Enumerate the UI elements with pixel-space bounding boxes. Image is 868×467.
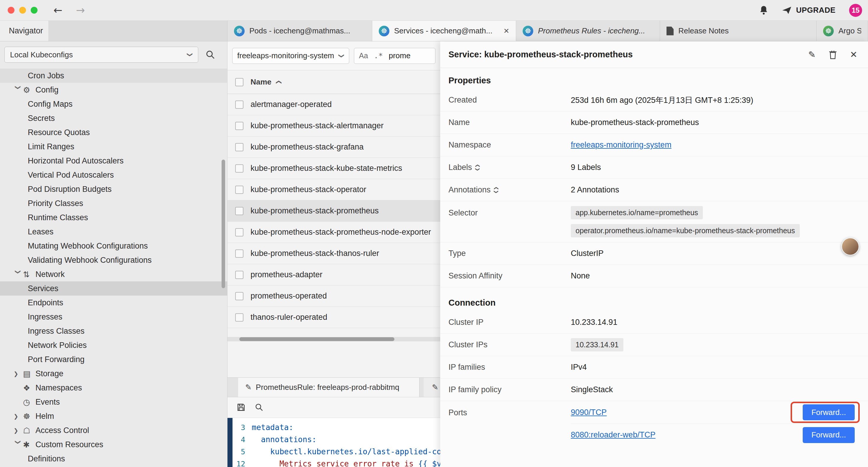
port-link[interactable]: 9090/TCP [571,408,607,417]
port-link[interactable]: 8080:reloader-web/TCP [571,430,656,439]
select-all-checkbox[interactable] [235,78,243,86]
sidebar-item-network[interactable]: ❯ ⇅ Network [0,267,227,282]
sidebar-item-network-policies[interactable]: Network Policies [0,338,227,352]
sidebar-item-config[interactable]: ❯ ⚙ Config [0,83,227,97]
chevron-right-icon: ❯ [13,413,23,419]
table-row[interactable]: kube-prometheus-stack-alertmanager [227,115,440,137]
sidebar-item-custom-resources[interactable]: ❯ ✱ Custom Resources [0,437,227,451]
kubeconfig-select[interactable]: Local Kubeconfigs ❯ [4,47,198,63]
back-icon[interactable]: ← [54,4,62,16]
tab-services[interactable]: ☸ Services - icecheng@math... ✕ [372,21,516,41]
close-drawer-icon[interactable]: ✕ [850,49,857,60]
table-row[interactable]: kube-prometheus-stack-operator [227,179,440,200]
sidebar-item-ingress-classes[interactable]: Ingress Classes [0,324,227,338]
save-icon[interactable] [236,403,246,412]
table-row[interactable]: thanos-ruler-operated [227,307,440,328]
sidebar-item-pod-disruption-budgets[interactable]: Pod Disruption Budgets [0,182,227,196]
events-clock-icon: ◷ [23,398,35,407]
table-row[interactable]: prometheus-operated [227,286,440,307]
row-checkbox[interactable] [235,250,243,258]
sidebar-item-endpoints[interactable]: Endpoints [0,296,227,310]
forward-icon[interactable]: → [76,4,85,16]
sidebar-item-storage[interactable]: ❯ ▤ Storage [0,367,227,381]
avatar[interactable] [841,238,859,255]
sidebar-scrollbar[interactable] [222,159,225,288]
tab-release-notes[interactable]: Release Notes [660,21,816,41]
sidebar-item-namespaces[interactable]: ❖ Namespaces [0,381,227,395]
sidebar-item-secrets[interactable]: Secrets [0,111,227,125]
sidebar-item-access-control[interactable]: ❯ ☖ Access Control [0,423,227,437]
namespace-link[interactable]: freeleaps-monitoring-system [571,140,672,150]
delete-trash-icon[interactable] [829,50,837,59]
notification-count-badge[interactable]: 15 [849,4,862,17]
row-checkbox[interactable] [235,100,243,109]
tab-pods[interactable]: ☸ Pods - icecheng@mathmas... [227,21,372,41]
sidebar-item-events[interactable]: ◷ Events [0,395,227,409]
tab-argo[interactable]: ☸ Argo S [816,21,868,41]
tab-prometheus-rules[interactable]: ☸ Prometheus Rules - icecheng... [516,21,660,41]
horizontal-scrollbar-thumb[interactable] [239,337,395,341]
table-row[interactable]: alertmanager-operated [227,94,440,115]
minimize-button[interactable] [19,7,26,13]
sidebar-item-port-forwarding[interactable]: Port Forwarding [0,352,227,367]
search-icon[interactable] [205,50,215,60]
edit-pencil-icon[interactable]: ✎ [808,49,816,60]
sidebar-item-limit-ranges[interactable]: Limit Ranges [0,140,227,154]
list-search-box: Aa .* [354,48,435,64]
row-checkbox[interactable] [235,292,243,300]
yaml-editor[interactable]: 3metadata: 4 annotations: 5 kubectl.kube… [227,418,440,467]
sidebar-item-definitions[interactable]: Definitions [0,451,227,466]
window-controls [8,7,37,13]
expand-collapse-icon[interactable]: ❯❯ [494,186,498,194]
table-row[interactable]: kube-prometheus-stack-prometheus-node-ex… [227,222,440,243]
table-row-selected[interactable]: kube-prometheus-stack-prometheus [227,200,440,222]
close-button[interactable] [8,7,14,13]
chevron-down-icon: ❯ [339,54,345,58]
sidebar-item-helm[interactable]: ❯ ☸ Helm [0,409,227,423]
detail-row-name: Name kube-prometheus-stack-prometheus [440,111,868,134]
sidebar-item-runtime-classes[interactable]: Runtime Classes [0,210,227,225]
sidebar-item-resource-quotas[interactable]: Resource Quotas [0,125,227,140]
sidebar-item-horizontal-pod-autoscalers[interactable]: Horizontal Pod Autoscalers [0,154,227,168]
sidebar-item-priority-classes[interactable]: Priority Classes [0,196,227,210]
row-checkbox[interactable] [235,207,243,215]
row-checkbox[interactable] [235,164,243,173]
dock-tab-next[interactable]: ✎ [424,378,440,397]
row-checkbox[interactable] [235,143,243,151]
row-checkbox[interactable] [235,228,243,236]
row-checkbox[interactable] [235,313,243,322]
regex-toggle[interactable]: .* [374,52,383,60]
chevron-right-icon: ❯ [13,427,23,434]
edit-pencil-icon: ✎ [245,383,252,391]
sidebar-item-services[interactable]: Services [0,282,227,296]
close-tab-icon[interactable]: ✕ [503,27,509,35]
match-case-toggle[interactable]: Aa [359,52,368,60]
row-checkbox[interactable] [235,185,243,194]
sidebar-item-cron-jobs[interactable]: Cron Jobs [0,68,227,83]
row-checkbox[interactable] [235,271,243,279]
notifications-bell-icon[interactable] [759,6,768,15]
sidebar-item-config-maps[interactable]: Config Maps [0,97,227,111]
editor-search-icon[interactable] [255,403,264,412]
upgrade-button[interactable]: UPGRADE [782,6,836,15]
table-row[interactable]: kube-prometheus-stack-thanos-ruler [227,243,440,264]
table-row[interactable]: kube-prometheus-stack-grafana [227,137,440,158]
sidebar-item-leases[interactable]: Leases [0,225,227,239]
detail-row-ip-family-policy: IP family policy SingleStack [440,379,868,401]
sidebar-item-validating-webhook-configurations[interactable]: Validating Webhook Configurations [0,253,227,267]
sidebar-item-ingresses[interactable]: Ingresses [0,310,227,324]
row-checkbox[interactable] [235,122,243,130]
table-row[interactable]: kube-prometheus-stack-kube-state-metrics [227,158,440,179]
table-row[interactable]: prometheus-adapter [227,264,440,286]
dock-tab-prometheusrule[interactable]: ✎ PrometheusRule: freeleaps-prod-rabbitm… [238,378,420,397]
search-input[interactable] [389,51,430,60]
service-details-drawer: Service: kube-prometheus-stack-prometheu… [440,41,868,467]
table-header[interactable]: Name ❯ [227,70,440,94]
sidebar-item-vertical-pod-autoscalers[interactable]: Vertical Pod Autoscalers [0,168,227,182]
sidebar-item-mutating-webhook-configurations[interactable]: Mutating Webhook Configurations [0,239,227,253]
forward-button[interactable]: Forward... [803,427,855,443]
zoom-button[interactable] [31,7,37,13]
forward-button[interactable]: Forward... [803,404,855,420]
namespace-select[interactable]: freeleaps-monitoring-system ❯ [232,48,349,64]
expand-collapse-icon[interactable]: ❯❯ [476,164,479,171]
